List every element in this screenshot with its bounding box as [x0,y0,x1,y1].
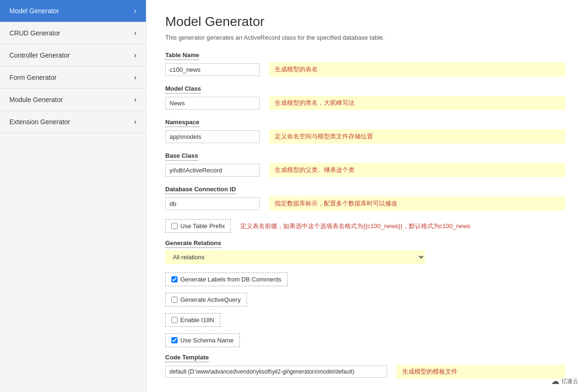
main-content: Model Generator This generator generates… [146,0,584,392]
generate-activequery-box: Generate ActiveQuery [165,293,247,307]
base-class-group: Base Class 生成模型的父类、继承这个类 [165,152,565,177]
namespace-hint: 定义命名空间与模型类文件存储位置 [269,129,565,144]
use-schema-name-label: Use Schema Name [180,337,234,344]
sidebar: Model Generator › CRUD Generator › Contr… [0,0,146,392]
use-table-prefix-hint: 定义表名前缀，如果选中这个选项表名格式为{{c100_news}}，默认格式为c… [240,222,470,230]
chevron-right-icon: › [134,73,136,82]
page-description: This generator generates an ActiveRecord… [165,34,565,41]
base-class-input[interactable] [165,164,260,177]
table-name-row: 生成模型的表名 [165,62,565,77]
chevron-right-icon: › [134,7,136,15]
db-connection-hint: 指定数据库标示，配置多个数据库时可以修改 [269,196,565,211]
use-table-prefix-row: Use Table Prefix 定义表名前缀，如果选中这个选项表名格式为{{c… [165,219,565,233]
watermark-icon: ☁ [551,376,559,386]
chevron-right-icon: › [134,29,136,37]
use-schema-name-row: Use Schema Name [165,333,565,347]
model-class-group: Model Class 生成模型的类名，大驼峰写法 [165,85,565,110]
enable-i18n-box: Enable I18N [165,313,220,327]
namespace-group: Namespace 定义命名空间与模型类文件存储位置 [165,119,565,144]
db-connection-group: Database Connection ID 指定数据库标示，配置多个数据库时可… [165,186,565,211]
db-connection-input[interactable] [165,197,260,210]
model-class-label: Model Class [165,85,201,94]
db-connection-label: Database Connection ID [165,186,236,194]
code-template-row: 生成模型的模板文件 [165,365,565,379]
namespace-input[interactable] [165,130,260,143]
chevron-right-icon: › [134,51,136,60]
table-name-group: Table Name 生成模型的表名 [165,51,565,77]
watermark-text: 亿速云 [561,377,578,385]
base-class-row: 生成模型的父类、继承这个类 [165,163,565,177]
generate-relations-select[interactable]: All relations [165,250,425,264]
table-name-input[interactable] [165,63,260,76]
table-name-hint: 生成模型的表名 [269,62,565,77]
chevron-right-icon: › [134,95,136,104]
code-template-label: Code Template [165,354,209,362]
generate-labels-box: Generate Labels from DB Comments [165,273,288,286]
sidebar-item-label: Extension Generator [9,118,70,126]
use-table-prefix-box: Use Table Prefix [165,219,231,233]
generate-activequery-row: Generate ActiveQuery [165,293,565,307]
sidebar-item-model-generator[interactable]: Model Generator › [0,0,146,22]
base-class-label: Base Class [165,152,198,161]
generate-labels-checkbox[interactable] [171,276,178,282]
sidebar-item-label: Form Generator [9,74,57,81]
use-schema-name-box: Use Schema Name [165,333,240,347]
enable-i18n-checkbox[interactable] [171,317,178,323]
db-connection-row: 指定数据库标示，配置多个数据库时可以修改 [165,196,565,211]
sidebar-item-label: Controller Generator [9,51,70,59]
code-template-input[interactable] [165,366,387,378]
enable-i18n-row: Enable I18N [165,313,565,327]
sidebar-item-module-generator[interactable]: Module Generator › [0,89,146,111]
use-schema-name-checkbox[interactable] [171,337,178,343]
generate-activequery-checkbox[interactable] [171,297,178,303]
model-class-input[interactable] [165,97,260,110]
use-table-prefix-checkbox[interactable] [171,223,178,229]
sidebar-item-label: Module Generator [9,96,63,103]
namespace-label: Namespace [165,119,199,127]
sidebar-item-form-generator[interactable]: Form Generator › [0,67,146,89]
page-title: Model Generator [165,14,565,29]
use-table-prefix-label: Use Table Prefix [180,222,225,230]
generate-relations-row: All relations [165,250,565,264]
model-class-hint: 生成模型的类名，大驼峰写法 [269,96,565,110]
code-template-group: Code Template 生成模型的模板文件 [165,354,565,379]
generate-activequery-label: Generate ActiveQuery [180,296,241,303]
model-class-row: 生成模型的类名，大驼峰写法 [165,96,565,110]
sidebar-item-controller-generator[interactable]: Controller Generator › [0,44,146,67]
enable-i18n-label: Enable I18N [180,316,214,324]
generate-labels-row: Generate Labels from DB Comments [165,273,565,286]
generate-relations-group: Generate Relations All relations [165,239,565,264]
table-name-label: Table Name [165,51,199,60]
base-class-hint: 生成模型的父类、继承这个类 [269,163,565,177]
code-template-hint: 生成模型的模板文件 [397,365,565,379]
sidebar-item-extension-generator[interactable]: Extension Generator › [0,111,146,133]
namespace-row: 定义命名空间与模型类文件存储位置 [165,129,565,144]
generate-relations-label: Generate Relations [165,239,221,248]
sidebar-item-label: Model Generator [9,7,59,15]
sidebar-item-label: CRUD Generator [9,29,60,37]
watermark: ☁ 亿速云 [551,376,578,386]
chevron-right-icon: › [134,118,136,126]
generate-labels-label: Generate Labels from DB Comments [180,276,281,283]
sidebar-item-crud-generator[interactable]: CRUD Generator › [0,22,146,44]
